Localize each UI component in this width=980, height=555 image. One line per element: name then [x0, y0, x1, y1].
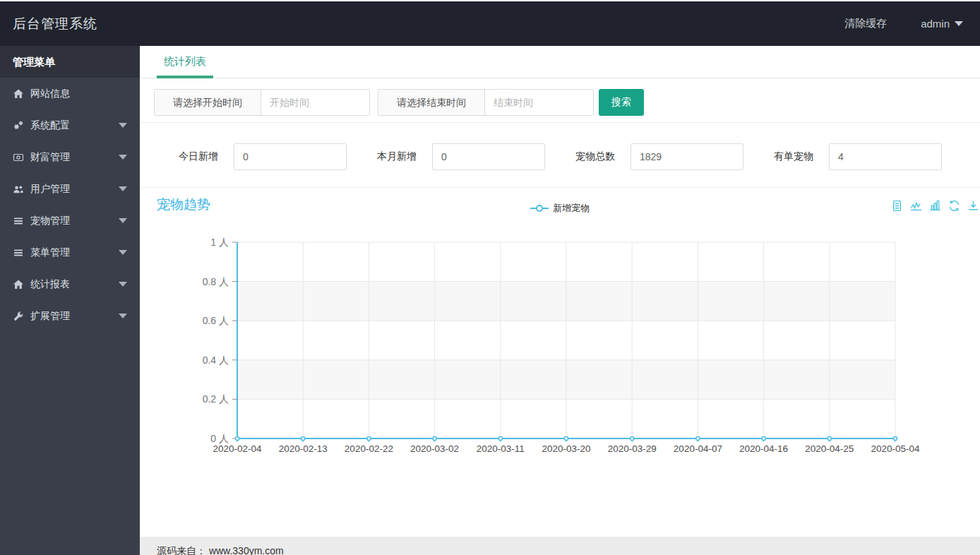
svg-text:0.8 人: 0.8 人	[203, 276, 229, 287]
svg-text:2020-03-29: 2020-03-29	[608, 443, 657, 454]
end-time-group: 请选择结束时间	[378, 89, 594, 116]
svg-text:2020-02-22: 2020-02-22	[345, 443, 393, 454]
stat-field-pet-total: 宠物总数	[575, 143, 743, 170]
svg-text:2020-02-04: 2020-02-04	[213, 443, 262, 454]
tab-label: 统计列表	[164, 55, 206, 67]
svg-text:2020-02-13: 2020-02-13	[279, 443, 328, 454]
username: admin	[921, 18, 950, 30]
home-icon	[13, 279, 24, 290]
sidebar-item-label: 统计报表	[30, 278, 70, 291]
stat-label-today-new: 今日新增	[179, 150, 218, 163]
sidebar-item-system-config[interactable]: 系统配置	[0, 109, 140, 141]
start-time-label: 请选择开始时间	[155, 90, 261, 115]
svg-text:0.4 人: 0.4 人	[203, 354, 229, 366]
chevron-down-icon	[119, 155, 127, 160]
sidebar-item-reports[interactable]: 统计报表	[0, 268, 140, 300]
chevron-down-icon	[119, 218, 127, 223]
chevron-down-icon	[119, 314, 127, 318]
sidebar-item-label: 宠物管理	[30, 215, 70, 227]
footer: 源码来自： www.330ym.com	[140, 537, 980, 555]
svg-text:0.2 人: 0.2 人	[203, 393, 229, 405]
stat-label-month-new: 本月新增	[377, 150, 417, 163]
money-icon	[13, 152, 24, 163]
stat-input-month-new[interactable]	[432, 143, 545, 170]
stat-field-today-new: 今日新增	[179, 143, 347, 170]
svg-text:2020-03-11: 2020-03-11	[477, 443, 525, 454]
sidebar-item-site-info[interactable]: 网站信息	[0, 78, 140, 109]
search-button[interactable]: 搜索	[599, 89, 644, 116]
tabbar: 统计列表	[140, 46, 980, 78]
svg-text:2020-04-07: 2020-04-07	[674, 443, 722, 454]
chevron-down-icon	[955, 21, 963, 26]
sidebar-item-label: 菜单管理	[30, 246, 70, 259]
list-icon	[13, 247, 24, 258]
chevron-down-icon	[119, 186, 127, 191]
start-time-group: 请选择开始时间	[154, 89, 370, 116]
stat-input-today-new[interactable]	[234, 143, 347, 170]
bar-type-icon[interactable]	[929, 200, 941, 212]
sidebar-item-wealth[interactable]: 财富管理	[0, 141, 140, 173]
sidebar: 管理菜单 网站信息系统配置财富管理用户管理宠物管理菜单管理统计报表扩展管理	[0, 46, 140, 555]
x-axis-labels: 2020-02-042020-02-132020-02-222020-03-02…	[213, 443, 920, 454]
y-axis-ticks	[232, 242, 237, 438]
end-time-input[interactable]	[485, 90, 593, 115]
stat-field-month-new: 本月新增	[377, 143, 545, 170]
user-dropdown[interactable]: admin	[921, 18, 963, 30]
chart-title: 宠物趋势	[157, 196, 210, 214]
end-time-label: 请选择结束时间	[378, 90, 485, 115]
stat-label-order-pets: 有单宠物	[774, 150, 813, 163]
svg-text:1 人: 1 人	[210, 237, 229, 248]
sidebar-item-label: 网站信息	[30, 88, 70, 100]
svg-text:2020-04-16: 2020-04-16	[739, 443, 788, 454]
chart-section: 宠物趋势 新增宠物 0 人0.2 人0.4 人0.6 人0.8 人1 人2020…	[140, 188, 980, 537]
svg-text:2020-05-04: 2020-05-04	[871, 443, 920, 454]
chart-toolbox	[884, 200, 979, 212]
search-panel: 请选择开始时间 请选择结束时间 搜索	[140, 78, 980, 123]
sidebar-item-label: 财富管理	[30, 151, 70, 164]
restore-icon[interactable]	[948, 200, 960, 212]
tab-statistics-list[interactable]: 统计列表	[157, 46, 213, 78]
sidebar-menu: 网站信息系统配置财富管理用户管理宠物管理菜单管理统计报表扩展管理	[0, 78, 140, 332]
main-content: 统计列表 请选择开始时间 请选择结束时间 搜索 今日新增本月新增宠物总数有单宠物…	[140, 46, 980, 555]
y-axis-labels: 0 人0.2 人0.4 人0.6 人0.8 人1 人	[203, 237, 229, 444]
stat-input-pet-total[interactable]	[631, 143, 743, 170]
footer-source-text: 源码来自： www.330ym.com	[157, 545, 980, 555]
chevron-down-icon	[119, 123, 127, 128]
chevron-down-icon	[119, 282, 127, 287]
svg-text:2020-03-20: 2020-03-20	[542, 443, 590, 454]
legend-label: 新增宠物	[553, 202, 590, 215]
sidebar-item-menus[interactable]: 菜单管理	[0, 237, 140, 268]
sidebar-item-pets[interactable]: 宠物管理	[0, 205, 140, 237]
svg-text:2020-03-02: 2020-03-02	[410, 443, 459, 454]
stats-panel: 今日新增本月新增宠物总数有单宠物	[140, 123, 980, 188]
start-time-input[interactable]	[261, 90, 369, 115]
sidebar-header: 管理菜单	[0, 46, 140, 78]
wrench-icon	[13, 311, 24, 322]
sidebar-item-label: 扩展管理	[30, 310, 70, 323]
stat-label-pet-total: 宠物总数	[575, 150, 615, 163]
sidebar-item-extensions[interactable]: 扩展管理	[0, 300, 140, 332]
topbar-right: 清除缓存 admin	[844, 17, 963, 30]
legend-item-new-pets[interactable]: 新增宠物	[530, 202, 590, 215]
users-icon	[13, 184, 24, 195]
home-icon	[13, 88, 24, 100]
list-icon	[13, 215, 24, 227]
sidebar-item-label: 系统配置	[30, 119, 70, 132]
clear-cache-button[interactable]: 清除缓存	[844, 17, 887, 30]
line-type-icon[interactable]	[910, 200, 922, 212]
sidebar-item-label: 用户管理	[30, 183, 70, 196]
data-view-icon[interactable]	[891, 200, 903, 212]
stat-input-order-pets[interactable]	[829, 143, 942, 170]
pet-trend-chart: 0 人0.2 人0.4 人0.6 人0.8 人1 人2020-02-042020…	[140, 222, 980, 462]
chevron-down-icon	[119, 250, 127, 255]
stat-field-order-pets: 有单宠物	[774, 143, 942, 170]
chart-grid	[237, 242, 895, 438]
svg-text:0.6 人: 0.6 人	[203, 315, 229, 326]
save-image-icon[interactable]	[967, 200, 979, 212]
svg-text:0 人: 0 人	[210, 433, 229, 444]
gears-icon	[13, 120, 24, 131]
legend-marker-icon	[530, 204, 549, 213]
sidebar-item-users[interactable]: 用户管理	[0, 173, 140, 205]
app-title: 后台管理系统	[13, 15, 97, 33]
svg-text:2020-04-25: 2020-04-25	[805, 443, 854, 454]
